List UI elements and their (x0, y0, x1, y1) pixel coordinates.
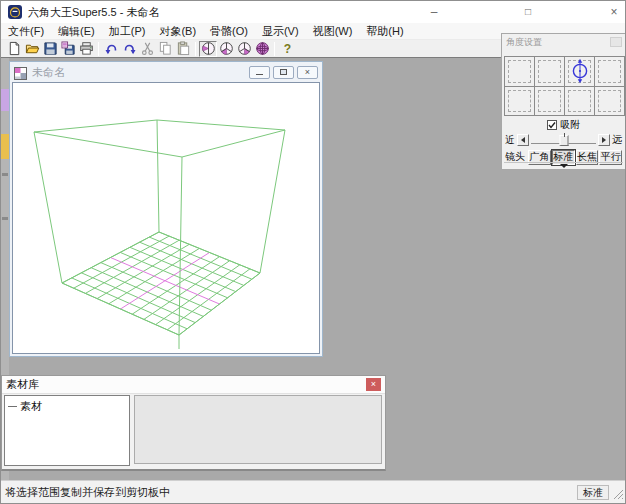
app-icon (8, 5, 22, 19)
save-icon[interactable] (41, 41, 59, 57)
material-library-panel: 素材库 × 素材 (1, 375, 386, 471)
slider-right-arrow-icon[interactable] (598, 134, 610, 146)
palette-yellow-swatch[interactable] (1, 134, 9, 159)
help-icon[interactable]: ? (278, 41, 296, 57)
snap-label: 吸附 (561, 118, 581, 132)
print-icon[interactable] (77, 41, 95, 57)
view-angle-cell-6[interactable] (535, 87, 564, 116)
status-message: 将选择范围复制并保存到剪切板中 (5, 485, 577, 500)
menu-object[interactable]: 对象(B) (152, 24, 203, 39)
rotation-axis-icon (569, 58, 591, 84)
redo-icon[interactable] (120, 41, 138, 57)
palette-mark (2, 173, 8, 176)
slider-thumb[interactable] (559, 135, 568, 146)
copy-icon (156, 41, 174, 57)
viewport-title: 未命名 (32, 65, 246, 80)
view-angle-cell-7[interactable] (565, 87, 594, 116)
snap-checkbox[interactable] (547, 120, 557, 130)
angle-settings-panel: 角度设置 吸附 近 远 镜头 广角标准长焦平行 (501, 33, 626, 170)
panel-title: 角度设置 (502, 34, 625, 47)
minimize-icon[interactable]: – (414, 1, 454, 23)
view-mode-3-icon[interactable] (235, 41, 253, 57)
view-angle-cell-8[interactable] (595, 87, 624, 116)
wireframe-cube-scene (13, 83, 319, 353)
toolbar-separator (195, 42, 196, 56)
resize-grip[interactable] (613, 489, 624, 502)
view-angle-cell-3[interactable] (565, 57, 594, 86)
slider-track[interactable] (531, 133, 596, 146)
material-panel-title: 素材库 (6, 377, 366, 392)
viewport-canvas[interactable] (12, 82, 320, 354)
view-angle-cell-1[interactable] (505, 57, 534, 86)
menu-display[interactable]: 显示(V) (255, 24, 306, 39)
far-label: 远 (612, 133, 622, 147)
view-angle-cell-4[interactable] (595, 57, 624, 86)
menu-edit[interactable]: 编辑(E) (51, 24, 102, 39)
new-document-icon[interactable] (5, 41, 23, 57)
menu-process[interactable]: 加工(P) (102, 24, 153, 39)
document-icon (14, 66, 27, 79)
viewport-window: 未命名 × (9, 61, 323, 357)
close-icon[interactable]: × (366, 378, 381, 391)
palette-mark (2, 217, 8, 220)
cut-icon (138, 41, 156, 57)
view-angle-cell-5[interactable] (505, 87, 534, 116)
material-tree[interactable]: 素材 (4, 395, 130, 466)
snap-row: 吸附 (502, 119, 625, 131)
toolbar-separator (274, 42, 275, 56)
maximize-icon[interactable] (273, 66, 294, 79)
mode-indicator: 标准 (577, 485, 609, 500)
menu-view[interactable]: 视图(W) (306, 24, 360, 39)
view-mode-1-icon[interactable] (199, 41, 217, 57)
menu-bone[interactable]: 骨骼(O) (203, 24, 255, 39)
slider-left-arrow-icon[interactable] (517, 134, 529, 146)
open-file-icon[interactable] (23, 41, 41, 57)
svg-text:?: ? (283, 42, 290, 56)
window-title: 六角大王Super5.5 - 未命名 (28, 5, 159, 20)
view-mode-2-icon[interactable] (217, 41, 235, 57)
undo-icon[interactable] (102, 41, 120, 57)
close-icon[interactable]: × (297, 66, 318, 79)
view-angle-grid (504, 56, 625, 116)
distance-slider-row: 近 远 (505, 133, 622, 146)
maximize-icon[interactable]: □ (508, 1, 548, 23)
menu-file[interactable]: 文件(F) (1, 24, 51, 39)
palette-purple-swatch[interactable] (1, 89, 9, 111)
title-bar: 六角大王Super5.5 - 未命名 – □ × (1, 1, 625, 23)
close-icon[interactable]: × (594, 1, 626, 23)
status-bar: 将选择范围复制并保存到剪切板中 标准 (1, 480, 625, 503)
tree-branch-icon (8, 406, 17, 407)
material-preview-pane[interactable] (134, 395, 382, 464)
paste-icon (174, 41, 192, 57)
panel-close-icon[interactable] (610, 37, 622, 47)
application-window: 六角大王Super5.5 - 未命名 – □ × 文件(F)编辑(E)加工(P)… (0, 0, 626, 504)
view-angle-cell-2[interactable] (535, 57, 564, 86)
panel-expand-handle[interactable] (504, 162, 623, 168)
tree-item-label: 素材 (20, 399, 42, 414)
material-panel-title-bar[interactable]: 素材库 × (2, 376, 385, 394)
toolbar-separator (98, 42, 99, 56)
menu-help[interactable]: 帮助(H) (359, 24, 410, 39)
save-as-icon[interactable] (59, 41, 77, 57)
tree-item-material[interactable]: 素材 (7, 399, 127, 414)
view-mode-4-icon[interactable] (253, 41, 271, 57)
chevron-down-icon (560, 164, 568, 172)
material-panel-body: 素材 (4, 395, 383, 466)
near-label: 近 (505, 133, 515, 147)
minimize-icon[interactable] (249, 66, 270, 79)
viewport-title-bar[interactable]: 未命名 × (10, 62, 322, 82)
